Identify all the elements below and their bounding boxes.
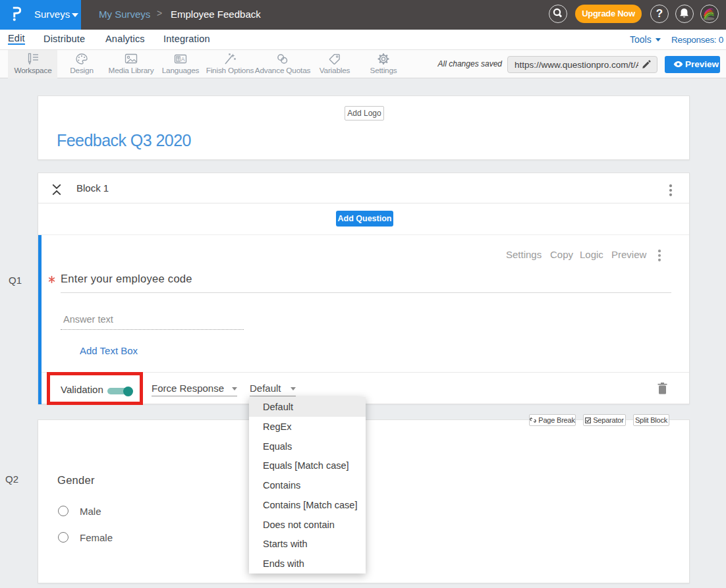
svg-text:A: A	[181, 56, 185, 63]
